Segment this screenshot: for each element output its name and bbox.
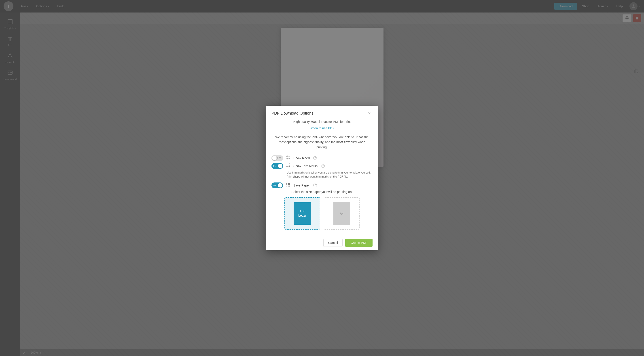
show-bleed-label: Show bleed	[294, 156, 310, 160]
toggle-knob	[278, 164, 282, 168]
modal-body: High quality 300dpi + vector PDF for pri…	[266, 116, 322, 178]
bleed-icon	[286, 155, 291, 161]
trim-icon	[286, 163, 291, 169]
toggle-knob	[272, 156, 276, 160]
pdf-download-modal: PDF Download Options × High quality 300d…	[266, 106, 322, 178]
modal-subtitle: High quality 300dpi + vector PDF for pri…	[272, 120, 322, 124]
trim-info-icon[interactable]: ?	[321, 164, 322, 168]
show-bleed-toggle[interactable]: OFF	[272, 155, 283, 161]
modal-pdf-link[interactable]: When to use PDF	[272, 126, 322, 130]
toggle-off-label: OFF	[277, 157, 282, 159]
toggle-on-label: ON	[273, 165, 276, 167]
show-trim-label: Show Trim Marks	[294, 164, 318, 168]
trim-note: Use trim marks only when you are going t…	[287, 171, 322, 178]
bleed-info-icon[interactable]: ?	[313, 156, 317, 160]
svg-rect-8	[287, 164, 289, 166]
modal-header: PDF Download Options ×	[266, 106, 322, 116]
show-trim-toggle[interactable]: ON	[272, 163, 283, 169]
show-trim-row: ON Show Trim Marks ?	[272, 163, 322, 169]
show-bleed-row: OFF Show bleed ?	[272, 155, 322, 161]
modal-title: PDF Download Options	[272, 111, 314, 116]
modal-description: We recommend using the PDF whenever you …	[272, 135, 322, 150]
